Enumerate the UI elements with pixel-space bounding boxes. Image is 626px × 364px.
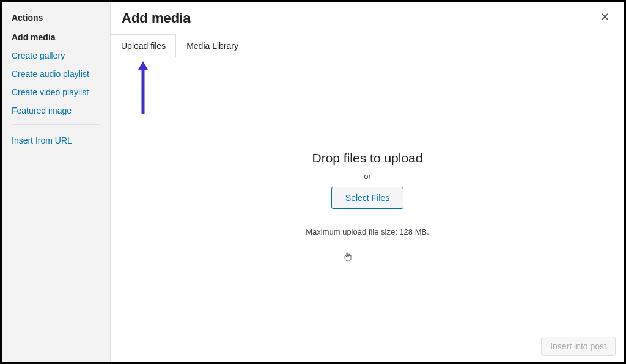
select-files-button[interactable]: Select Files bbox=[331, 187, 403, 209]
sidebar-item-insert-from-url[interactable]: Insert from URL bbox=[12, 136, 100, 145]
close-icon[interactable]: ✕ bbox=[597, 10, 613, 24]
main-panel: Add media ✕ Upload files Media Library D… bbox=[111, 2, 624, 362]
modal-title: Add media bbox=[122, 10, 190, 26]
modal-footer: Insert into post bbox=[111, 330, 624, 362]
sidebar-item-add-media[interactable]: Add media bbox=[12, 32, 100, 42]
svg-marker-1 bbox=[138, 61, 148, 70]
max-upload-note: Maximum upload file size: 128 MB. bbox=[306, 227, 429, 236]
drop-or-label: or bbox=[364, 172, 371, 181]
upload-area: Drop files to upload or Select Files Max… bbox=[111, 57, 624, 330]
tabs: Upload files Media Library bbox=[111, 34, 624, 57]
tab-upload-files[interactable]: Upload files bbox=[111, 34, 176, 57]
drop-files-title: Drop files to upload bbox=[312, 151, 423, 166]
insert-into-post-button[interactable]: Insert into post bbox=[541, 337, 616, 356]
modal-header: Add media ✕ bbox=[111, 2, 624, 34]
sidebar-item-create-gallery[interactable]: Create gallery bbox=[12, 51, 100, 60]
sidebar-item-create-video-playlist[interactable]: Create video playlist bbox=[12, 87, 100, 97]
tab-media-library[interactable]: Media Library bbox=[176, 34, 249, 57]
annotation-arrow-icon bbox=[138, 61, 149, 114]
sidebar-divider bbox=[12, 124, 100, 125]
sidebar-item-featured-image[interactable]: Featured image bbox=[12, 106, 100, 115]
sidebar-heading: Actions bbox=[12, 13, 100, 23]
actions-sidebar: Actions Add media Create gallery Create … bbox=[2, 2, 111, 362]
cursor-pointer-icon bbox=[343, 252, 353, 261]
sidebar-item-create-audio-playlist[interactable]: Create audio playlist bbox=[12, 69, 100, 79]
